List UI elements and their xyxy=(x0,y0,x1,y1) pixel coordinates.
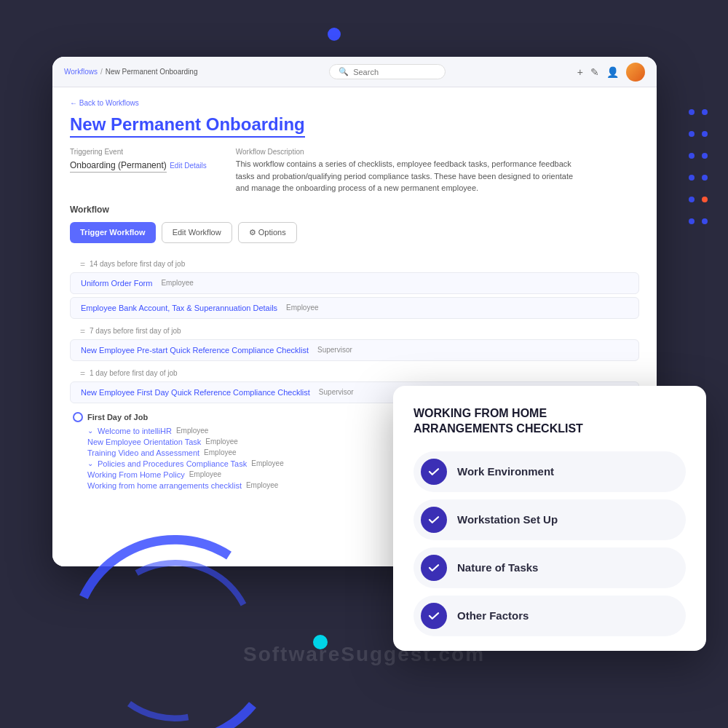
timeline-7days: 7 days before first day of job New Emplo… xyxy=(70,322,639,361)
task-name: Welcome to intelliHR xyxy=(98,427,172,435)
breadcrumb-parent[interactable]: Workflows xyxy=(64,68,98,76)
bottom-decorative-dot xyxy=(313,635,328,649)
edit-icon[interactable]: ✎ xyxy=(590,66,599,78)
checkmark-icon xyxy=(421,603,447,629)
decorative-arc xyxy=(58,524,291,728)
workflow-description-label: Workflow Description xyxy=(236,148,585,156)
workflow-section-label: Workflow xyxy=(70,205,639,215)
first-day-label: First Day of Job xyxy=(87,413,148,422)
svg-point-1 xyxy=(84,550,264,728)
task-role: Supervisor xyxy=(317,346,352,354)
checklist-card: WORKING FROM HOMEARRANGEMENTS CHECKLIST … xyxy=(393,386,706,651)
checklist-items-list: Work Environment Workstation Set Up Natu… xyxy=(414,451,686,636)
workflow-description-text: This workflow contains a series of check… xyxy=(236,158,585,194)
task-role: Employee xyxy=(251,459,283,467)
search-input[interactable] xyxy=(353,68,436,76)
checklist-title: WORKING FROM HOMEARRANGEMENTS CHECKLIST xyxy=(414,406,686,437)
avatar[interactable] xyxy=(626,63,645,82)
task-role: Employee xyxy=(205,438,237,446)
timeline-header-7: 7 days before first day of job xyxy=(70,322,639,339)
list-item[interactable]: Other Factors xyxy=(414,596,686,636)
dots-decoration xyxy=(689,109,708,224)
back-link[interactable]: ← Back to Workflows xyxy=(70,99,639,107)
task-name: Working from home arrangements checklist xyxy=(87,481,242,490)
top-decorative-dot xyxy=(328,28,341,41)
task-name: Working From Home Policy xyxy=(87,470,185,479)
page-title: New Permanent Onboarding xyxy=(70,114,305,138)
task-name: Policies and Procedures Compliance Task xyxy=(98,459,247,468)
add-icon[interactable]: + xyxy=(577,66,583,78)
trigger-workflow-button[interactable]: Trigger Workflow xyxy=(70,222,156,243)
chevron-icon: ⌄ xyxy=(87,427,93,435)
browser-actions: + ✎ 👤 xyxy=(577,63,645,82)
first-day-circle-icon xyxy=(73,412,83,422)
checklist-item-label: Other Factors xyxy=(457,609,529,622)
task-role: Employee xyxy=(204,448,236,456)
task-name: Training Video and Assessment xyxy=(87,448,199,457)
table-row: Employee Bank Account, Tax & Superannuat… xyxy=(70,297,639,319)
list-item[interactable]: Work Environment xyxy=(414,451,686,492)
task-role: Employee xyxy=(246,481,278,489)
timeline-header-1: 1 day before first day of job xyxy=(70,364,639,381)
table-row: Uniform Order Form Employee xyxy=(70,272,639,294)
edit-details-link[interactable]: Edit Details xyxy=(170,162,207,170)
chevron-icon: ⌄ xyxy=(87,459,93,467)
task-role: Employee xyxy=(189,470,221,478)
checkmark-icon xyxy=(421,507,447,533)
task-name: New Employee First Day Quick Reference C… xyxy=(81,388,310,397)
breadcrumb: Workflows / New Permanent Onboarding xyxy=(64,68,197,76)
user-icon[interactable]: 👤 xyxy=(606,66,619,78)
workflow-actions: Trigger Workflow Edit Workflow ⚙ Options xyxy=(70,222,639,243)
browser-chrome: Workflows / New Permanent Onboarding 🔍 +… xyxy=(52,57,657,87)
search-icon: 🔍 xyxy=(339,67,349,76)
checkmark-icon xyxy=(421,459,447,485)
search-bar[interactable]: 🔍 xyxy=(329,64,446,79)
table-row: New Employee Pre-start Quick Reference C… xyxy=(70,339,639,361)
options-button[interactable]: ⚙ Options xyxy=(238,222,297,243)
breadcrumb-current: New Permanent Onboarding xyxy=(106,68,198,76)
task-name: New Employee Pre-start Quick Reference C… xyxy=(81,346,309,355)
edit-workflow-button[interactable]: Edit Workflow xyxy=(162,222,232,243)
triggering-event-col: Triggering Event Onboarding (Permanent) … xyxy=(70,148,207,194)
timeline-14days: 14 days before first day of job Uniform … xyxy=(70,255,639,319)
checkmark-icon xyxy=(421,555,447,581)
workflow-description-col: Workflow Description This workflow conta… xyxy=(236,148,585,194)
task-name: Uniform Order Form xyxy=(81,279,152,288)
checklist-item-label: Workstation Set Up xyxy=(457,513,558,526)
task-name: Employee Bank Account, Tax & Superannuat… xyxy=(81,304,277,312)
meta-section: Triggering Event Onboarding (Permanent) … xyxy=(70,148,639,194)
list-item[interactable]: Workstation Set Up xyxy=(414,499,686,540)
task-role: Supervisor xyxy=(319,388,354,396)
task-name: New Employee Orientation Task xyxy=(87,438,201,446)
svg-point-0 xyxy=(58,524,291,728)
triggering-event-label: Triggering Event xyxy=(70,148,207,156)
list-item[interactable]: Nature of Tasks xyxy=(414,547,686,588)
checklist-item-label: Nature of Tasks xyxy=(457,561,538,574)
task-role: Employee xyxy=(176,427,208,435)
breadcrumb-separator: / xyxy=(100,68,103,76)
task-role: Employee xyxy=(161,279,193,287)
checklist-item-label: Work Environment xyxy=(457,465,554,478)
triggering-event-value: Onboarding (Permanent) xyxy=(70,160,167,173)
task-role: Employee xyxy=(286,304,318,312)
timeline-header-14: 14 days before first day of job xyxy=(70,255,639,272)
